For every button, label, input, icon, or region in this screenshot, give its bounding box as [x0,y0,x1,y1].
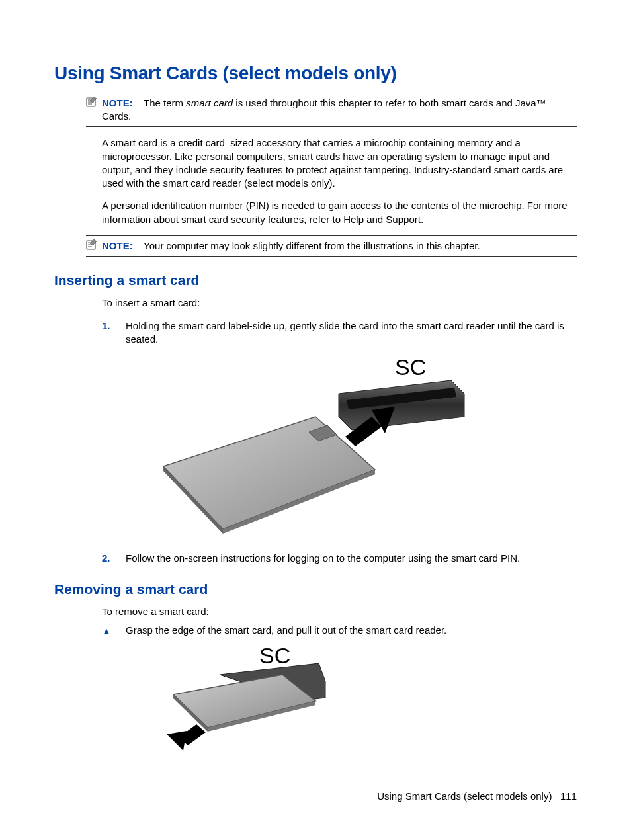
step-number: 1. [102,319,110,333]
step-text: Holding the smart card label-side up, ge… [126,320,564,345]
body-paragraph: A personal identification number (PIN) i… [102,199,577,226]
step-text: Follow the on-screen instructions for lo… [126,552,520,564]
step-number: 2. [102,552,110,565]
bullet-item: ▲ Grasp the edge of the smart card, and … [102,624,577,637]
note-label: NOTE: [102,240,133,251]
section-heading-insert: Inserting a smart card [54,271,577,290]
section-heading-remove: Removing a smart card [54,580,577,599]
figure-label: SC [395,355,426,380]
intro-text: To insert a smart card: [102,296,577,310]
step-item: 1. Holding the smart card label-side up,… [102,319,577,347]
footer-text: Using Smart Cards (select models only) [377,790,552,802]
note-icon [86,97,98,107]
page-title: Using Smart Cards (select models only) [54,61,577,86]
note-text: Your computer may look slightly differen… [136,240,480,251]
page-footer: Using Smart Cards (select models only) 1… [377,790,577,803]
ordered-steps: 1. Holding the smart card label-side up,… [102,319,577,347]
figure-remove-card: SC [147,645,577,761]
note-text: The term smart card is used throughout t… [102,97,546,122]
note-block-1: NOTE: The term smart card is used throug… [86,93,577,128]
page-number: 111 [560,790,577,802]
bullet-text: Grasp the edge of the smart card, and pu… [126,624,446,636]
figure-label: SC [259,645,290,668]
intro-text: To remove a smart card: [102,605,577,618]
bullet-list: ▲ Grasp the edge of the smart card, and … [102,624,577,637]
ordered-steps: 2. Follow the on-screen instructions for… [102,552,577,565]
figure-insert-card: SC [54,354,577,542]
body-paragraph: A smart card is a credit card–sized acce… [102,136,577,190]
note-label: NOTE: [102,97,133,108]
note-icon [86,239,98,250]
triangle-bullet-icon: ▲ [102,625,111,638]
step-item: 2. Follow the on-screen instructions for… [102,552,577,565]
note-block-2: NOTE: Your computer may look slightly di… [86,235,577,257]
